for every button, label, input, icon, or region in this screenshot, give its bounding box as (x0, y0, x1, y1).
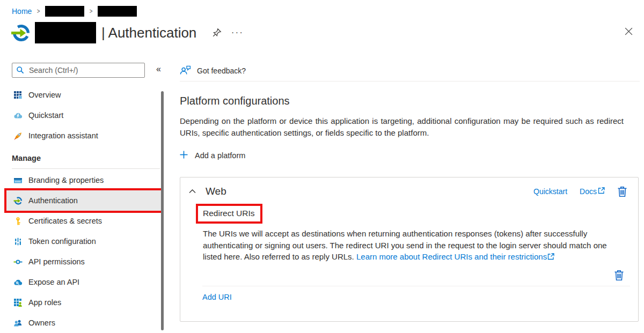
sidebar-section-manage: Manage (12, 154, 167, 165)
sidebar-item-certificates-secrets[interactable]: Certificates & secrets (6, 211, 161, 231)
external-link-icon (598, 187, 605, 196)
sidebar-item-token-configuration[interactable]: Token configuration (6, 231, 161, 251)
platform-configurations-heading: Platform configurations (180, 95, 640, 107)
add-platform-button[interactable]: Add a platform (180, 151, 245, 160)
key-icon (13, 217, 23, 226)
sidebar-item-overview[interactable]: Overview (6, 85, 161, 105)
redirect-uris-title: Redirect URIs (203, 209, 254, 218)
main-content: Got feedback? Platform configurations De… (180, 60, 640, 322)
sidebar-item-label: Owners (28, 319, 55, 327)
add-platform-label: Add a platform (195, 151, 245, 160)
redacted-app-name (35, 22, 96, 43)
sidebar-item-api-permissions[interactable]: API permissions (6, 251, 161, 272)
docs-link-label: Docs (580, 187, 597, 196)
uri-row (180, 270, 624, 281)
web-card-title: Web (206, 186, 226, 197)
pin-icon[interactable] (212, 28, 222, 38)
svg-text:www: www (15, 179, 21, 182)
search-input[interactable] (12, 63, 145, 78)
add-uri-link[interactable]: Add URI (202, 293, 232, 301)
sidebar-nav: Overview Quickstart Integration assist (0, 85, 167, 333)
sidebar-item-label: Branding & properties (28, 176, 104, 184)
sidebar-item-label: App roles (28, 298, 61, 307)
delete-platform-trash-icon[interactable] (617, 186, 627, 197)
redacted-breadcrumb-item (45, 6, 84, 17)
chevron-up-icon[interactable] (189, 189, 196, 194)
learn-more-link[interactable]: Learn more about Redirect URIs and their… (356, 252, 547, 261)
breadcrumb: Home > > (12, 6, 137, 17)
breadcrumb-home-link[interactable]: Home (12, 7, 32, 16)
docs-link[interactable]: Docs (580, 187, 605, 196)
overview-icon (13, 91, 23, 100)
sidebar-scrollbar[interactable] (161, 91, 164, 330)
sidebar-item-integration-assistant[interactable]: Integration assistant (6, 125, 161, 146)
redirect-uris-annotation-box: Redirect URIs (196, 204, 262, 224)
sidebar-item-label: Integration assistant (28, 131, 98, 140)
platform-configurations-description: Depending on the platform or device this… (180, 115, 624, 138)
search-box (12, 63, 145, 78)
more-options-icon[interactable]: ... (231, 28, 244, 38)
feedback-label: Got feedback? (197, 66, 246, 75)
sidebar: « Overview (0, 60, 167, 333)
sidebar-item-label: Quickstart (28, 111, 63, 120)
authentication-icon (13, 196, 23, 205)
delete-uri-trash-icon[interactable] (614, 270, 624, 281)
sidebar-item-quickstart[interactable]: Quickstart (6, 105, 161, 125)
branding-icon: www (13, 176, 23, 185)
page-header: | Authentication ... (11, 22, 244, 43)
sidebar-item-app-roles[interactable]: App roles (6, 292, 161, 313)
search-icon (16, 66, 24, 74)
feedback-button[interactable]: Got feedback? (180, 60, 640, 82)
redacted-breadcrumb-item (98, 6, 137, 17)
sidebar-item-label: Certificates & secrets (28, 217, 102, 225)
external-link-icon (547, 251, 554, 263)
sidebar-item-expose-an-api[interactable]: Expose an API (6, 272, 161, 292)
collapse-sidebar-icon[interactable]: « (156, 64, 161, 74)
sidebar-item-branding-properties[interactable]: www Branding & properties (6, 170, 161, 190)
web-platform-card: Web Quickstart Docs (180, 177, 639, 322)
uri-divider (202, 286, 630, 286)
app-registration-icon (11, 23, 31, 43)
token-bars-icon (13, 237, 23, 246)
sidebar-item-label: Authentication (28, 196, 78, 205)
chevron-right-icon: > (90, 8, 93, 15)
quickstart-icon (13, 111, 23, 120)
sidebar-item-owners[interactable]: Owners (6, 313, 161, 333)
sidebar-item-authentication[interactable]: Authentication (6, 190, 161, 211)
feedback-icon (180, 65, 191, 76)
quickstart-link[interactable]: Quickstart (533, 187, 567, 196)
plus-icon (180, 151, 188, 160)
sidebar-item-label: Overview (28, 91, 61, 99)
close-icon[interactable] (624, 27, 633, 36)
owners-icon (13, 319, 23, 328)
api-permissions-icon (13, 257, 23, 267)
sidebar-item-label: API permissions (28, 257, 85, 266)
web-card-header: Web Quickstart Docs (180, 177, 638, 197)
redirect-uris-description: The URIs we will accept as destinations … (203, 228, 613, 263)
rocket-icon (13, 131, 23, 140)
chevron-right-icon: > (37, 8, 40, 15)
sidebar-item-label: Token configuration (28, 237, 96, 246)
expose-api-icon (13, 278, 23, 287)
page-title: | Authentication (101, 25, 196, 41)
app-roles-icon (13, 298, 23, 307)
sidebar-divider (12, 168, 160, 169)
sidebar-item-label: Expose an API (28, 278, 79, 286)
